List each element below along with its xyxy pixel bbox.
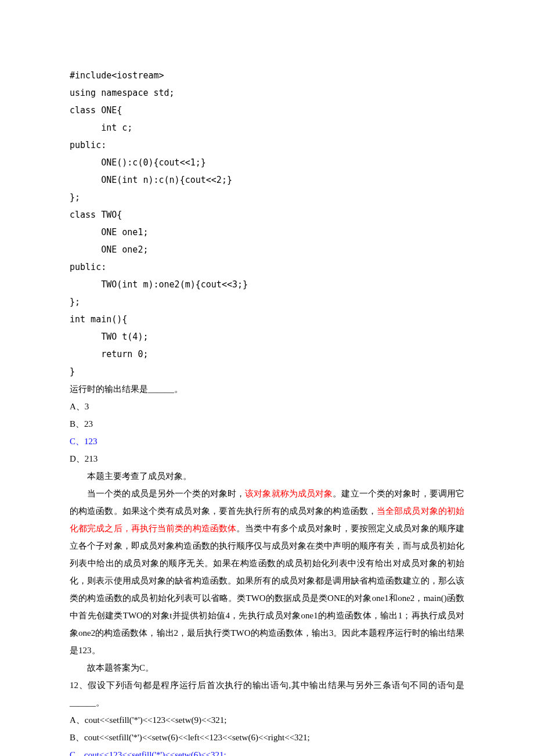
code-line: TWO t(4); — [70, 328, 464, 345]
explanation-line: 本题主要考查了成员对象。 — [70, 467, 464, 485]
code-line: #include<iostream> — [70, 67, 464, 84]
code-line: return 0; — [70, 345, 464, 363]
code-line: using namespace std; — [70, 84, 464, 102]
code-line: } — [70, 363, 464, 380]
code-line: ONE one1; — [70, 224, 464, 241]
option-b: B、23 — [70, 415, 464, 433]
code-line: public: — [70, 136, 464, 154]
code-line: ONE():c(0){cout<<1;} — [70, 154, 464, 171]
code-line: public: — [70, 258, 464, 276]
code-line: ONE(int n):c(n){cout<<2;} — [70, 171, 464, 189]
text: 。当类中有多个成员对象时，要按照定义成员对象的顺序建立各个子对象，即成员对象构造… — [70, 524, 464, 655]
document-page: #include<iostream> using namespace std; … — [0, 0, 534, 756]
option-c: C、cout<<123<<setfill('*')<<setw(6)<<321; — [70, 746, 464, 756]
code-line: }; — [70, 293, 464, 311]
option-a: A、cout<<setfill('*')<<123<<setw(9)<<321; — [70, 711, 464, 729]
option-d: D、213 — [70, 450, 464, 467]
option-c: C、123 — [70, 433, 464, 450]
explanation-para: 当一个类的成员是另外一个类的对象时，该对象就称为成员对象。建立一个类的对象时，要… — [70, 485, 464, 659]
code-line: }; — [70, 189, 464, 206]
code-line: int c; — [70, 119, 464, 136]
highlight-text: 该对象就称为成员对象 — [245, 489, 333, 498]
code-line: class TWO{ — [70, 206, 464, 224]
question-stem: 运行时的输出结果是______。 — [70, 380, 464, 398]
question-stem: 12、假设下列语句都是程序运行后首次执行的输出语句,其中输出结果与另外三条语句不… — [70, 676, 464, 711]
option-a: A、3 — [70, 398, 464, 415]
option-b: B、cout<<setfill('*')<<setw(6)<<left<<123… — [70, 729, 464, 746]
explanation-line: 故本题答案为C。 — [70, 659, 464, 676]
code-line: ONE one2; — [70, 241, 464, 258]
code-line: class ONE{ — [70, 102, 464, 119]
code-line: TWO(int m):one2(m){cout<<3;} — [70, 276, 464, 293]
text: 当一个类的成员是另外一个类的对象时， — [87, 489, 245, 498]
code-line: int main(){ — [70, 311, 464, 328]
